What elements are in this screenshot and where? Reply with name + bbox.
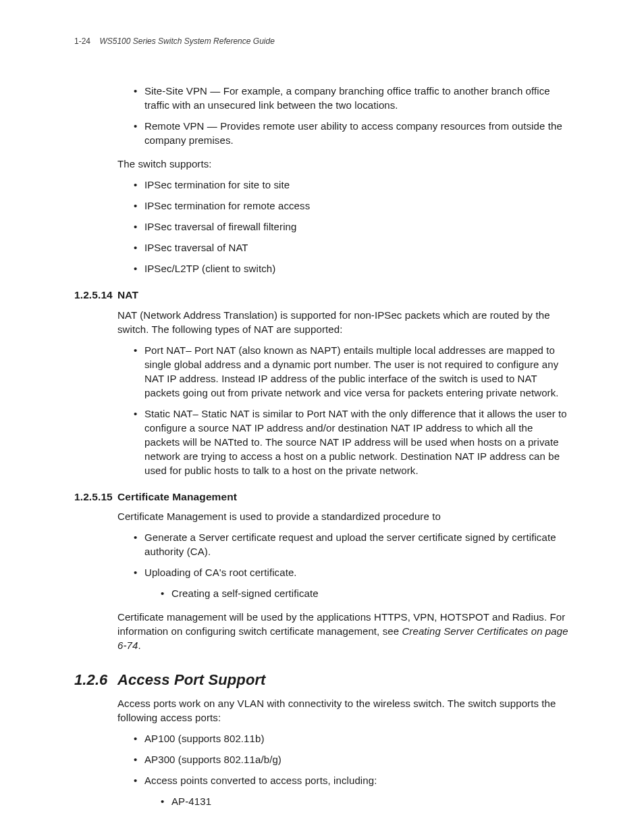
page-content: Site-Site VPN — For example, a company b… [74, 84, 570, 808]
access-subbullets: AP-4131 [161, 794, 570, 808]
page-number: 1-24 [74, 36, 90, 46]
running-header: 1-24 WS5100 Series Switch System Referen… [74, 36, 570, 46]
section-heading-access: 1.2.6 Access Port Support [74, 670, 570, 691]
nat-bullets: Port NAT– Port NAT (also known as NAPT) … [134, 343, 570, 477]
cert-outro: Certificate management will be used by t… [117, 610, 570, 652]
list-item: IPSec traversal of NAT [134, 240, 570, 255]
list-item: Port NAT– Port NAT (also known as NAPT) … [134, 343, 570, 400]
list-item: Static NAT– Static NAT is similar to Por… [134, 407, 570, 477]
doc-title: WS5100 Series Switch System Reference Gu… [99, 36, 274, 46]
cert-bullets: Generate a Server certificate request an… [134, 530, 570, 600]
page: 1-24 WS5100 Series Switch System Referen… [0, 0, 644, 834]
access-bullets: AP100 (supports 802.11b) AP300 (supports… [134, 731, 570, 808]
list-item-text: Uploading of CA's root certificate. [144, 567, 297, 578]
switch-supports-bullets: IPSec termination for site to site IPSec… [134, 178, 570, 276]
cert-outro-suffix: . [138, 640, 140, 651]
list-item-text: Access points converted to access ports,… [144, 775, 377, 786]
section-number: 1.2.5.15 [74, 490, 117, 504]
cert-subbullets: Creating a self-signed certificate [161, 586, 570, 600]
list-item: Site-Site VPN — For example, a company b… [134, 84, 570, 112]
list-item: AP-4131 [161, 794, 570, 808]
cert-intro: Certificate Management is used to provid… [117, 509, 570, 523]
list-item: Generate a Server certificate request an… [134, 530, 570, 558]
list-item: IPSec termination for site to site [134, 178, 570, 192]
section-title: Certificate Management [117, 490, 237, 504]
list-item: AP300 (supports 802.11a/b/g) [134, 752, 570, 766]
list-item: IPSec termination for remote access [134, 199, 570, 213]
section-heading-cert: 1.2.5.15 Certificate Management [74, 490, 570, 504]
list-item: Creating a self-signed certificate [161, 586, 570, 600]
section-number: 1.2.5.14 [74, 288, 117, 303]
section-title: Access Port Support [117, 670, 266, 691]
list-item: Access points converted to access ports,… [134, 773, 570, 808]
section-number: 1.2.6 [74, 670, 117, 691]
nat-intro: NAT (Network Address Translation) is sup… [117, 308, 570, 336]
list-item: IPSec traversal of firewall filtering [134, 219, 570, 234]
list-item: Remote VPN — Provides remote user abilit… [134, 119, 570, 147]
list-item: AP100 (supports 802.11b) [134, 731, 570, 746]
section-heading-nat: 1.2.5.14 NAT [74, 288, 570, 303]
list-item: Uploading of CA's root certificate. Crea… [134, 565, 570, 600]
access-intro: Access ports work on any VLAN with conne… [117, 696, 570, 725]
list-item: IPSec/L2TP (client to switch) [134, 261, 570, 276]
switch-supports-label: The switch supports: [117, 157, 570, 171]
section-title: NAT [117, 288, 138, 303]
vpn-bullets: Site-Site VPN — For example, a company b… [134, 84, 570, 147]
